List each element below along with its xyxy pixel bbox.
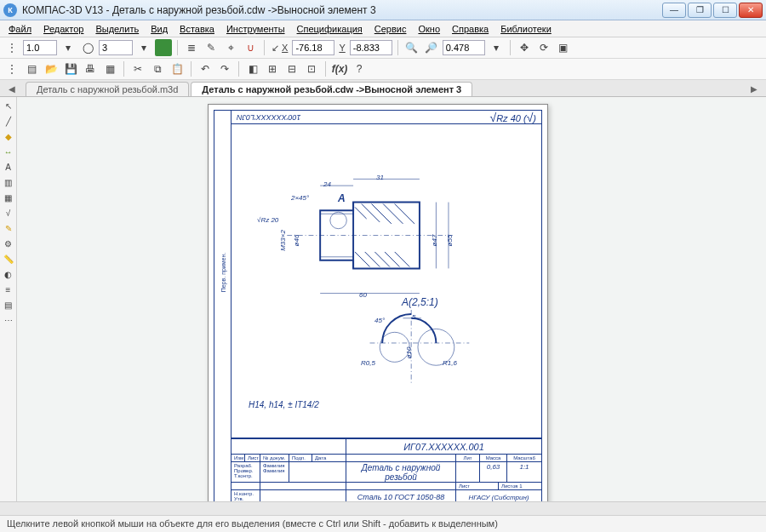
rotate-icon[interactable]: ⟳	[535, 39, 552, 56]
undo-icon[interactable]: ↶	[197, 60, 214, 77]
svg-line-6	[371, 204, 391, 224]
move-icon[interactable]: ✥	[516, 39, 533, 56]
toolbar-standard: ⋮ ▤ 📂 💾 🖶 ▦ ✂ ⧉ 📋 ↶ ↷ ◧ ⊞ ⊟ ⊡ f(x) ?	[0, 59, 766, 80]
menu-edit[interactable]: Редактор	[38, 22, 89, 36]
save-icon[interactable]: 💾	[62, 60, 79, 77]
zoom-in-icon[interactable]: 🔍	[403, 39, 420, 56]
zoom-out-icon[interactable]: 🔎	[423, 39, 440, 56]
misc-icon[interactable]: ⋯	[2, 313, 15, 327]
fit-icon[interactable]: ▣	[555, 39, 572, 56]
dimension-icon[interactable]: ↔	[2, 145, 15, 158]
detail-r16: R1,6	[443, 359, 457, 367]
detail-r05: R0,5	[361, 359, 375, 367]
redo-icon[interactable]: ↷	[216, 60, 233, 77]
titlebar: К КОМПАС-3D V13 - Деталь с наружной резь…	[0, 0, 766, 20]
drawing-body: 24 31 60 2×45° M33×2 ø46 ø47 ø55 А √Rz 2…	[232, 128, 541, 434]
section-label: А	[338, 192, 346, 204]
tb-mass: 0,63	[480, 462, 507, 482]
menu-spec[interactable]: Спецификация	[292, 22, 368, 36]
extend-icon[interactable]: ⊡	[303, 60, 320, 77]
trim-icon[interactable]: ⊟	[283, 60, 300, 77]
drawing-sheet: Перв. примен. 100'XXXXXX'L0JN √Rz 40 (√)	[208, 104, 548, 501]
frame-top-strip: 100'XXXXXX'L0JN √Rz 40 (√)	[232, 111, 541, 124]
menu-select[interactable]: Выделить	[90, 22, 144, 36]
close-button[interactable]	[739, 3, 763, 18]
coord-x-input[interactable]	[292, 40, 334, 55]
hatch-icon[interactable]: ▥	[2, 175, 15, 189]
drawing-canvas[interactable]: Перв. примен. 100'XXXXXX'L0JN √Rz 40 (√)	[17, 97, 766, 501]
binding-margin: Перв. примен.	[214, 110, 231, 501]
spec-icon[interactable]: ≡	[2, 283, 15, 296]
open-icon[interactable]: 📂	[43, 60, 60, 77]
dim-d46: ø46	[293, 235, 300, 247]
menu-window[interactable]: Окно	[413, 22, 445, 36]
detail-d10: ø10	[405, 347, 413, 359]
array-icon[interactable]: ⊞	[264, 60, 281, 77]
svg-line-5	[362, 204, 380, 222]
tb-name: Деталь с наружной резьбой	[346, 462, 456, 482]
title-block: ИГ07.XXXXXX.001 Изм Лист № докум. Подп. …	[232, 438, 541, 501]
tab-scroll-right-icon[interactable]: ▶	[747, 82, 761, 95]
highlight-icon[interactable]: ◐	[2, 267, 15, 281]
local-roughness: √Rz 20	[257, 216, 278, 224]
magnet-icon[interactable]: ∪	[242, 39, 259, 56]
print-icon[interactable]: 🖶	[82, 60, 99, 77]
variables-icon[interactable]: f(x)	[331, 60, 348, 77]
menubar: Файл Редактор Выделить Вид Вставка Инстр…	[0, 20, 766, 37]
minimize-button[interactable]	[662, 3, 686, 18]
dim-d55: ø55	[446, 235, 454, 247]
measure-icon[interactable]: 📏	[2, 252, 15, 266]
line-icon[interactable]: ╱	[2, 114, 15, 128]
tab-scroll-left-icon[interactable]: ◀	[5, 82, 19, 95]
side-toolbar: ↖ ╱ ◆ ↔ A ▥ ▦ √ ✎ ⚙ 📏 ◐ ≡ ▤ ⋯	[0, 97, 17, 501]
detail-5: 5	[412, 313, 415, 321]
preview-icon[interactable]: ▦	[101, 60, 118, 77]
geometry-icon[interactable]: ◆	[2, 129, 15, 143]
dropdown-icon[interactable]: ▾	[135, 39, 152, 56]
mirror-icon[interactable]: ◧	[244, 60, 261, 77]
help-icon[interactable]: ?	[351, 60, 368, 77]
dropdown-icon[interactable]: ▾	[488, 39, 505, 56]
label-x: ↙ X	[270, 43, 289, 54]
pencil-icon[interactable]: ✎	[203, 39, 220, 56]
horizontal-scrollbar[interactable]	[0, 501, 766, 515]
edit-icon[interactable]: ✎	[2, 221, 15, 235]
text-icon[interactable]: A	[2, 160, 15, 174]
tb-designation: ИГ07.XXXXXX.001	[346, 439, 541, 455]
color-swatch-icon[interactable]	[155, 39, 172, 56]
new-icon[interactable]: ▤	[23, 60, 40, 77]
copy-icon[interactable]: ⧉	[149, 60, 166, 77]
coord-y-input[interactable]	[350, 40, 392, 55]
detail-45: 45°	[374, 317, 385, 324]
tab-drawing[interactable]: Деталь с наружной резьбой.cdw ->Выносной…	[191, 82, 472, 96]
cursor-icon[interactable]: ↖	[2, 99, 15, 112]
svg-line-8	[395, 204, 414, 224]
cut-icon[interactable]: ✂	[129, 60, 146, 77]
maximize-button[interactable]	[713, 3, 737, 18]
grip-icon: ⋮	[3, 39, 20, 56]
menu-help[interactable]: Справка	[447, 22, 494, 36]
detail-label: А(2,5:1)	[402, 296, 438, 308]
dropdown-icon[interactable]: ▾	[60, 39, 77, 56]
layers-icon[interactable]: ≣	[183, 39, 200, 56]
params-icon[interactable]: ⚙	[2, 237, 15, 250]
restore-button[interactable]	[688, 3, 712, 18]
snap-icon[interactable]: ⌖	[222, 39, 239, 56]
menu-insert[interactable]: Вставка	[174, 22, 220, 36]
window-buttons	[662, 3, 763, 18]
roughness-icon[interactable]: √	[2, 206, 15, 220]
tb-material: Сталь 10 ГОСТ 1050-88	[346, 490, 456, 501]
menu-service[interactable]: Сервис	[369, 22, 412, 36]
reports-icon[interactable]: ▤	[2, 298, 15, 312]
menu-file[interactable]: Файл	[3, 22, 37, 36]
table-icon[interactable]: ▦	[2, 191, 15, 204]
paste-icon[interactable]: 📋	[169, 60, 186, 77]
scale-input[interactable]	[443, 40, 485, 55]
tab-model[interactable]: Деталь с наружной резьбой.m3d	[26, 82, 189, 96]
menu-libs[interactable]: Библиотеки	[495, 22, 557, 36]
zoom-input[interactable]	[23, 40, 57, 55]
layer-input[interactable]	[99, 40, 133, 55]
menu-tools[interactable]: Инструменты	[221, 22, 290, 36]
menu-view[interactable]: Вид	[146, 22, 173, 36]
layer-circle-icon[interactable]: ◯	[79, 39, 96, 56]
